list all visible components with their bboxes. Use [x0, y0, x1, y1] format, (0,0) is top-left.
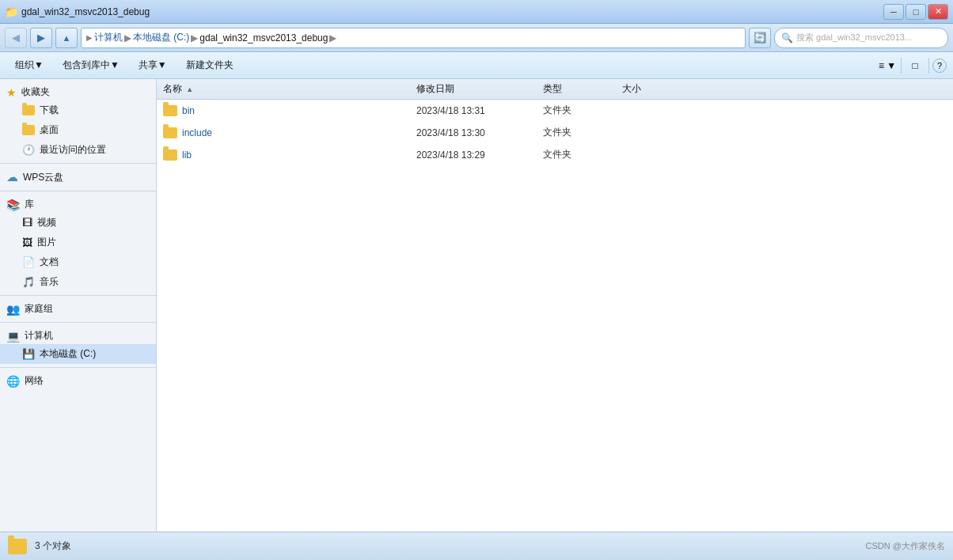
- sidebar-section-homegroup: 👥 家庭组: [0, 299, 156, 319]
- library-icon: 📚: [6, 199, 20, 211]
- up-button[interactable]: ▲: [55, 28, 78, 48]
- sidebar-item-download[interactable]: 下载: [0, 100, 156, 120]
- recent-label: 最近访问的位置: [40, 143, 106, 157]
- image-label: 图片: [37, 236, 56, 249]
- col-date-header[interactable]: 修改日期: [416, 82, 543, 96]
- sidebar-item-doc[interactable]: 📄 文档: [0, 252, 156, 272]
- breadcrumb-local-disk[interactable]: 本地磁盘 (C:): [133, 31, 189, 44]
- homegroup-label: 家庭组: [25, 302, 53, 316]
- library-header: 📚 库: [0, 195, 156, 213]
- folder-icon-bin: [163, 105, 177, 116]
- file-name-bin: bin: [163, 105, 416, 116]
- computer-icon: 💻: [6, 330, 20, 342]
- sidebar-section-library: 📚 库 🎞 视频 🖼 图片 📄 文档 🎵 音乐: [0, 195, 156, 292]
- toolbar-divider: [901, 58, 902, 74]
- sidebar-section-computer: 💻 计算机 💾 本地磁盘 (C:): [0, 326, 156, 364]
- music-label: 音乐: [40, 275, 59, 289]
- sidebar-item-video[interactable]: 🎞 视频: [0, 213, 156, 233]
- network-label: 网络: [25, 374, 44, 388]
- watermark: CSDN @大作家佚名: [866, 540, 945, 552]
- sidebar-section-wps: ☁ WPS云盘: [0, 167, 156, 187]
- address-bar: ◀ ▶ ▲ ▶ 计算机 ▶ 本地磁盘 (C:) ▶ gdal_win32_msv…: [0, 24, 953, 52]
- status-bar: 3 个对象 CSDN @大作家佚名: [0, 532, 953, 560]
- video-label: 视频: [37, 216, 56, 229]
- toolbar: 组织▼ 包含到库中▼ 共享▼ 新建文件夹 ≡ ▼ □ ?: [0, 52, 953, 79]
- recent-icon: 🕐: [22, 144, 35, 156]
- col-name-header[interactable]: 名称 ▲: [163, 82, 416, 96]
- search-placeholder: 搜索 gdal_win32_msvc2013...: [796, 32, 912, 44]
- folder-icon-desktop: [22, 125, 35, 135]
- sort-indicator: ▲: [186, 85, 193, 93]
- video-icon: 🎞: [22, 217, 32, 229]
- file-row-bin[interactable]: bin 2023/4/18 13:31 文件夹: [157, 100, 953, 122]
- breadcrumb-bar: ▶ 计算机 ▶ 本地磁盘 (C:) ▶ gdal_win32_msvc2013_…: [81, 28, 746, 48]
- file-type-lib: 文件夹: [543, 148, 622, 161]
- share-button[interactable]: 共享▼: [130, 55, 176, 76]
- status-count: 3 个对象: [35, 539, 71, 553]
- divider-5: [0, 367, 156, 368]
- file-list: bin 2023/4/18 13:31 文件夹 include 2023/4/1…: [157, 100, 953, 532]
- status-folder-icon: [8, 539, 27, 554]
- desktop-label: 桌面: [40, 123, 59, 137]
- search-box[interactable]: 🔍 搜索 gdal_win32_msvc2013...: [774, 28, 948, 48]
- content-area: 名称 ▲ 修改日期 类型 大小 bin 2023: [157, 79, 953, 532]
- file-row-lib[interactable]: lib 2023/4/18 13:29 文件夹: [157, 144, 953, 166]
- sidebar-section-favorites: ★ 收藏夹 下载 桌面 🕐 最近访问的位置: [0, 82, 156, 160]
- view-toggle-button[interactable]: ≡ ▼: [877, 56, 898, 75]
- forward-button[interactable]: ▶: [30, 28, 52, 48]
- sidebar-item-desktop[interactable]: 桌面: [0, 120, 156, 140]
- maximize-button[interactable]: □: [906, 4, 926, 20]
- toolbar-divider2: [928, 58, 929, 74]
- file-date-include: 2023/4/18 13:30: [416, 127, 543, 138]
- title-controls: ─ □ ✕: [883, 4, 948, 20]
- file-name-lib: lib: [163, 149, 416, 161]
- folder-icon-include: [163, 127, 177, 138]
- favorites-label: 收藏夹: [21, 85, 50, 99]
- refresh-button[interactable]: 🔄: [749, 28, 771, 48]
- download-label: 下载: [40, 104, 59, 117]
- title-bar: 📁 gdal_win32_msvc2013_debug ─ □ ✕: [0, 0, 953, 24]
- file-name-include: include: [163, 127, 416, 138]
- toolbar-right: ≡ ▼ □ ?: [877, 56, 947, 75]
- include-button[interactable]: 包含到库中▼: [54, 55, 128, 76]
- folder-icon-download: [22, 105, 35, 115]
- file-row-include[interactable]: include 2023/4/18 13:30 文件夹: [157, 122, 953, 144]
- file-date-lib: 2023/4/18 13:29: [416, 149, 543, 161]
- new-folder-button[interactable]: 新建文件夹: [177, 55, 242, 76]
- doc-label: 文档: [40, 255, 59, 269]
- divider-2: [0, 191, 156, 191]
- back-button[interactable]: ◀: [5, 28, 27, 48]
- file-type-include: 文件夹: [543, 126, 622, 139]
- sidebar-item-music[interactable]: 🎵 音乐: [0, 272, 156, 292]
- pane-button[interactable]: □: [905, 56, 925, 75]
- favorites-header: ★ 收藏夹: [0, 82, 156, 100]
- breadcrumb-arrow: ▶: [86, 33, 93, 42]
- music-icon: 🎵: [22, 276, 35, 288]
- sidebar-item-image[interactable]: 🖼 图片: [0, 233, 156, 252]
- sidebar-item-wps[interactable]: ☁ WPS云盘: [0, 167, 156, 187]
- computer-header: 💻 计算机: [0, 326, 156, 344]
- sidebar-item-network[interactable]: 🌐 网络: [0, 371, 156, 391]
- column-header: 名称 ▲ 修改日期 类型 大小: [157, 79, 953, 100]
- search-icon: 🔍: [781, 32, 793, 44]
- breadcrumb-current: gdal_win32_msvc2013_debug: [199, 32, 328, 44]
- organize-button[interactable]: 组织▼: [6, 55, 52, 76]
- main-container: ★ 收藏夹 下载 桌面 🕐 最近访问的位置: [0, 79, 953, 532]
- image-icon: 🖼: [22, 236, 32, 248]
- sidebar-item-local-disk[interactable]: 💾 本地磁盘 (C:): [0, 344, 156, 364]
- sidebar-item-homegroup[interactable]: 👥 家庭组: [0, 299, 156, 319]
- help-button[interactable]: ?: [932, 59, 947, 73]
- file-date-bin: 2023/4/18 13:31: [416, 105, 543, 116]
- close-button[interactable]: ✕: [928, 4, 948, 20]
- col-size-header[interactable]: 大小: [622, 82, 701, 96]
- computer-label: 计算机: [25, 329, 53, 342]
- minimize-button[interactable]: ─: [883, 4, 904, 20]
- folder-icon-lib: [163, 149, 177, 161]
- sidebar-item-recent[interactable]: 🕐 最近访问的位置: [0, 140, 156, 160]
- divider-4: [0, 322, 156, 323]
- sidebar: ★ 收藏夹 下载 桌面 🕐 最近访问的位置: [0, 79, 157, 532]
- file-type-bin: 文件夹: [543, 104, 622, 117]
- homegroup-icon: 👥: [6, 303, 20, 316]
- breadcrumb-computer[interactable]: 计算机: [94, 31, 123, 44]
- col-type-header[interactable]: 类型: [543, 82, 622, 96]
